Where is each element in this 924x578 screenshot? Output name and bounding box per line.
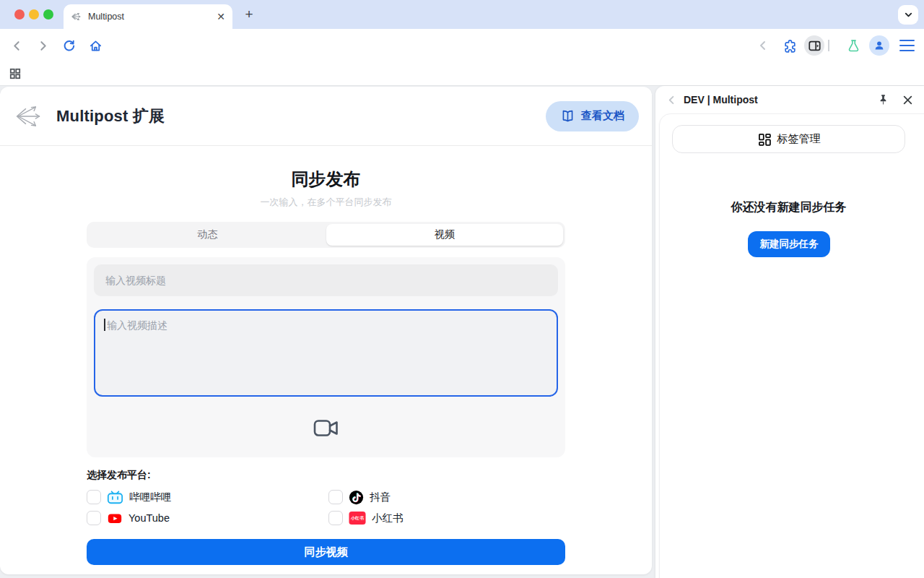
- browser-tab[interactable]: Multipost ✕: [64, 4, 232, 29]
- close-side-panel-button[interactable]: [902, 95, 913, 105]
- back-button[interactable]: [9, 29, 25, 62]
- tab-video[interactable]: 视频: [326, 224, 564, 246]
- avatar: [869, 35, 889, 56]
- tag-manage-button[interactable]: 标签管理: [672, 125, 905, 153]
- side-panel-toggle-circle: [804, 35, 824, 56]
- tab-close-icon[interactable]: ✕: [217, 12, 225, 22]
- video-description-textarea[interactable]: [94, 309, 558, 397]
- platform-name: 小红书: [372, 512, 404, 525]
- video-camera-icon: [313, 418, 339, 438]
- forward-button[interactable]: [35, 29, 51, 62]
- view-docs-label: 查看文档: [581, 109, 624, 123]
- platform-name: 哔哩哔哩: [129, 491, 171, 504]
- puzzle-icon: [783, 39, 797, 53]
- new-sync-task-button[interactable]: 新建同步任务: [748, 231, 830, 257]
- page-header: Multipost 扩展 查看文档: [0, 87, 652, 146]
- home-button[interactable]: [87, 29, 104, 62]
- douyin-icon: [349, 490, 364, 505]
- platform-item-bilibili: 哔哩哔哩: [87, 488, 328, 506]
- side-panel: DEV | Multipost 标签管理: [655, 86, 924, 578]
- tab-search-chevron-button[interactable]: [898, 5, 918, 25]
- platform-grid: 哔哩哔哩 抖音: [87, 488, 565, 527]
- side-panel-header: DEV | Multipost: [655, 86, 924, 113]
- toolbar-separator: [828, 40, 829, 51]
- tab-title: Multipost: [88, 12, 217, 22]
- side-panel-back-icon[interactable]: [666, 95, 677, 105]
- platform-item-xiaohongshu: 小红书 小红书: [328, 509, 565, 527]
- person-icon: [873, 40, 885, 51]
- content-type-tabs: 动态 视频: [87, 222, 565, 248]
- close-icon: [902, 95, 913, 105]
- home-icon: [89, 39, 103, 53]
- svg-text:小红书: 小红书: [350, 515, 364, 521]
- tab-strip: Multipost ✕ +: [0, 0, 924, 29]
- platform-item-youtube: YouTube: [87, 509, 328, 527]
- extensions-button[interactable]: [781, 29, 798, 62]
- text-cursor: [104, 319, 105, 331]
- video-title-input[interactable]: [94, 264, 558, 296]
- youtube-icon: [107, 511, 123, 526]
- publish-form: 同步发布 一次输入，在多个平台同步发布 动态 视频: [87, 168, 565, 565]
- apps-grid-icon: [9, 68, 21, 79]
- side-panel-icon: [808, 40, 821, 51]
- empty-state-text: 你还没有新建同步任务: [660, 200, 918, 215]
- hamburger-icon: [899, 40, 915, 52]
- xiaohongshu-icon: 小红书: [349, 511, 366, 525]
- platform-item-douyin: 抖音: [328, 488, 565, 506]
- tab-dynamic[interactable]: 动态: [89, 224, 326, 246]
- browser-window: Multipost ✕ +: [0, 0, 924, 578]
- page-title: Multipost 扩展: [56, 105, 165, 127]
- view-docs-button[interactable]: 查看文档: [546, 101, 639, 131]
- profile-button[interactable]: [869, 29, 889, 62]
- sync-video-button[interactable]: 同步视频: [87, 539, 565, 565]
- section-title: 同步发布: [87, 168, 565, 191]
- traffic-lights: [14, 9, 53, 20]
- side-panel-back-button[interactable]: [755, 29, 771, 62]
- youtube-checkbox[interactable]: [87, 511, 101, 525]
- reload-button[interactable]: [60, 29, 77, 62]
- pin-icon: [878, 94, 889, 105]
- menu-button[interactable]: [898, 29, 915, 62]
- chevron-left-icon: [757, 40, 769, 51]
- section-subtitle: 一次输入，在多个平台同步发布: [87, 196, 565, 209]
- pin-side-panel-button[interactable]: [878, 94, 889, 105]
- video-form-card: [87, 257, 565, 457]
- minimize-window-button[interactable]: [29, 9, 39, 20]
- multipost-logo-icon: [13, 103, 43, 130]
- platforms-label: 选择发布平台:: [87, 469, 565, 482]
- video-description-wrap: [94, 309, 558, 400]
- apps-shortcut-button[interactable]: [9, 68, 21, 79]
- side-panel-title: DEV | Multipost: [684, 94, 878, 105]
- maximize-window-button[interactable]: [43, 9, 53, 20]
- bilibili-icon: [107, 490, 123, 505]
- platform-name: 抖音: [370, 491, 391, 504]
- extension-options-page: Multipost 扩展 查看文档 同步发布 一次输入，在多个平台同步发布 动态…: [0, 87, 652, 574]
- layout-grid-icon: [757, 132, 772, 147]
- reload-icon: [62, 39, 76, 53]
- open-book-icon: [560, 109, 575, 123]
- side-panel-content-card: 标签管理 你还没有新建同步任务 新建同步任务: [659, 113, 924, 578]
- xiaohongshu-checkbox[interactable]: [328, 511, 343, 525]
- bookmarks-bar: [0, 62, 924, 86]
- video-upload-button[interactable]: [94, 400, 558, 456]
- flask-icon: [847, 39, 860, 53]
- chevron-down-icon: [904, 10, 913, 20]
- douyin-checkbox[interactable]: [328, 490, 343, 504]
- browser-toolbar: DEV | Multipost chrome-extension://flcde…: [0, 29, 924, 62]
- platform-name: YouTube: [128, 512, 170, 524]
- experiments-button[interactable]: [845, 29, 862, 62]
- back-arrow-icon: [11, 40, 23, 52]
- tag-manage-label: 标签管理: [777, 132, 821, 146]
- new-tab-button[interactable]: +: [241, 7, 257, 22]
- forward-arrow-icon: [37, 40, 49, 52]
- close-window-button[interactable]: [14, 9, 25, 20]
- bilibili-checkbox[interactable]: [87, 490, 101, 504]
- side-panel-toggle-button[interactable]: [804, 29, 824, 62]
- tab-favicon-multipost-logo-icon: [71, 12, 82, 22]
